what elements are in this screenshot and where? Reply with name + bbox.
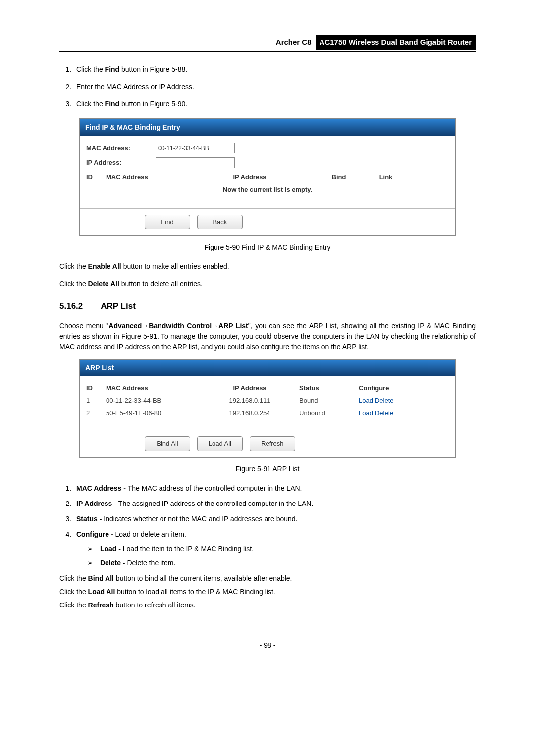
- section-title: ARP List: [101, 300, 136, 313]
- arp-r1-conf: LoadDelete: [359, 396, 418, 405]
- arp-row-2: 2 50-E5-49-1E-06-80 192.168.0.254 Unboun…: [86, 408, 449, 418]
- ip-label: IP Address:: [86, 158, 156, 168]
- arp-r1-load[interactable]: Load: [359, 397, 373, 404]
- col-link: Link: [364, 172, 408, 182]
- definitions-list: MAC Address - The MAC address of the con…: [73, 483, 476, 568]
- arp-panel-title: ARP List: [80, 360, 455, 376]
- refresh-post: button to refresh all items.: [114, 601, 196, 609]
- step-1: Click the Find button in Figure 5-88.: [73, 64, 476, 75]
- refresh-pre: Click the: [59, 601, 88, 609]
- arp-col-id: ID: [86, 383, 106, 393]
- arp-r1-status: Bound: [299, 396, 359, 405]
- load-bold: Load All: [88, 588, 115, 596]
- arp-r2-delete[interactable]: Delete: [375, 409, 394, 417]
- load-all-button[interactable]: Load All: [197, 436, 243, 451]
- step-1-suf: button in Figure 5-88.: [119, 65, 187, 73]
- arp-r2-conf: LoadDelete: [359, 408, 418, 418]
- steps-list: Click the Find button in Figure 5-88. En…: [73, 64, 476, 109]
- def-conf-term: Configure: [76, 530, 109, 538]
- mac-input[interactable]: [156, 143, 235, 153]
- sub-del-desc: Delete the item.: [127, 559, 175, 567]
- bind-all-button[interactable]: Bind All: [145, 436, 190, 451]
- sub-load-term: Load: [100, 545, 116, 553]
- arp-arrow2: →: [212, 322, 218, 330]
- def-mac: MAC Address - The MAC address of the con…: [73, 483, 476, 494]
- col-mac: MAC Address: [106, 172, 185, 182]
- step-1-pre: Click the: [76, 65, 105, 73]
- enable-post: button to make all entries enabled.: [121, 262, 229, 270]
- arp-button-row: Bind All Load All Refresh: [80, 430, 455, 457]
- ip-row: IP Address:: [86, 157, 449, 168]
- bind-all-line: Click the Bind All button to bind all th…: [59, 573, 476, 584]
- page-header: Archer C8 AC1750 Wireless Dual Band Giga…: [59, 35, 476, 52]
- step-2: Enter the MAC Address or IP Address.: [73, 82, 476, 92]
- col-bind: Bind: [314, 172, 364, 182]
- bind-post: button to bind all the current items, av…: [114, 574, 292, 582]
- def-status-term: Status: [76, 515, 98, 523]
- def-mac-sep: -: [121, 484, 127, 492]
- sub-definitions: Load - Load the item to the IP & MAC Bin…: [87, 544, 476, 568]
- arp-r2-mac: 50-E5-49-1E-06-80: [106, 408, 200, 418]
- empty-msg: Now the current list is empty.: [86, 185, 449, 195]
- refresh-line: Click the Refresh button to refresh all …: [59, 600, 476, 610]
- refresh-button[interactable]: Refresh: [250, 436, 295, 451]
- bind-pre: Click the: [59, 574, 88, 582]
- arp-col-status: Status: [299, 383, 359, 393]
- enable-pre: Click the: [59, 262, 88, 270]
- arp-r2-status: Unbound: [299, 408, 359, 418]
- page-number: - 98 -: [59, 640, 476, 651]
- load-post: button to load all items to the IP & MAC…: [115, 588, 275, 596]
- arp-r2-ip: 192.168.0.254: [200, 408, 299, 418]
- find-panel-title: Find IP & MAC Binding Entry: [80, 119, 455, 136]
- arp-table-head: ID MAC Address IP Address Status Configu…: [86, 383, 449, 393]
- sub-load: Load - Load the item to the IP & MAC Bin…: [87, 544, 476, 554]
- def-mac-desc: The MAC address of the controlled comput…: [128, 484, 302, 492]
- delete-post: button to delete all entries.: [119, 280, 203, 288]
- arp-r1-ip: 192.168.0.111: [200, 396, 299, 405]
- enable-all-line: Click the Enable All button to make all …: [59, 261, 476, 272]
- ip-input[interactable]: [156, 157, 235, 168]
- arp-list-panel: ARP List ID MAC Address IP Address Statu…: [79, 359, 456, 458]
- def-ip-term: IP Address: [76, 500, 112, 507]
- arp-r2-load[interactable]: Load: [359, 409, 373, 417]
- arp-b2: Bandwidth Control: [149, 322, 212, 330]
- find-button[interactable]: Find: [145, 215, 190, 230]
- def-conf-sep: -: [109, 530, 115, 538]
- find-button-row: Find Back: [80, 209, 455, 236]
- sub-load-sep: -: [116, 545, 122, 553]
- mac-label: MAC Address:: [86, 143, 156, 153]
- arp-col-ip: IP Address: [200, 383, 299, 393]
- load-pre: Click the: [59, 588, 88, 596]
- arp-col-conf: Configure: [359, 383, 418, 393]
- figure-591-caption: Figure 5-91 ARP List: [59, 464, 476, 474]
- def-conf-desc: Load or delete an item.: [115, 530, 186, 538]
- arp-r1-mac: 00-11-22-33-44-BB: [106, 396, 200, 405]
- header-title: AC1750 Wireless Dual Band Gigabit Router: [316, 35, 476, 50]
- arp-r1-id: 1: [86, 396, 106, 405]
- def-status: Status - Indicates whether or not the MA…: [73, 514, 476, 524]
- def-ip-sep: -: [112, 500, 118, 507]
- arp-r1-delete[interactable]: Delete: [375, 397, 394, 404]
- arp-arrow1: →: [142, 322, 149, 330]
- step-1-bold: Find: [105, 65, 120, 73]
- step-2-text: Enter the MAC Address or IP Address.: [76, 83, 194, 91]
- section-heading: 5.16.2 ARP List: [59, 300, 476, 313]
- arp-panel-body: ID MAC Address IP Address Status Configu…: [80, 376, 455, 425]
- figure-590-caption: Figure 5-90 Find IP & MAC Binding Entry: [59, 242, 476, 252]
- section-num: 5.16.2: [59, 300, 83, 313]
- col-ip: IP Address: [185, 172, 314, 182]
- back-button[interactable]: Back: [197, 215, 243, 230]
- arp-intro: Choose menu "Advanced→Bandwidth Control→…: [59, 321, 476, 352]
- arp-r2-id: 2: [86, 408, 106, 418]
- bind-bold: Bind All: [88, 574, 114, 582]
- sub-delete: Delete - Delete the item.: [87, 558, 476, 568]
- def-status-sep: -: [98, 515, 104, 523]
- step-3-pre: Click the: [76, 100, 105, 108]
- sub-del-term: Delete: [100, 559, 121, 567]
- arp-col-mac: MAC Address: [106, 383, 200, 393]
- delete-all-line: Click the Delete All button to delete al…: [59, 279, 476, 289]
- def-ip-desc: The assigned IP address of the controlle…: [118, 500, 314, 507]
- step-3-suf: button in Figure 5-90.: [119, 100, 187, 108]
- sub-load-desc: Load the item to the IP & MAC Binding li…: [123, 545, 254, 553]
- col-id: ID: [86, 172, 106, 182]
